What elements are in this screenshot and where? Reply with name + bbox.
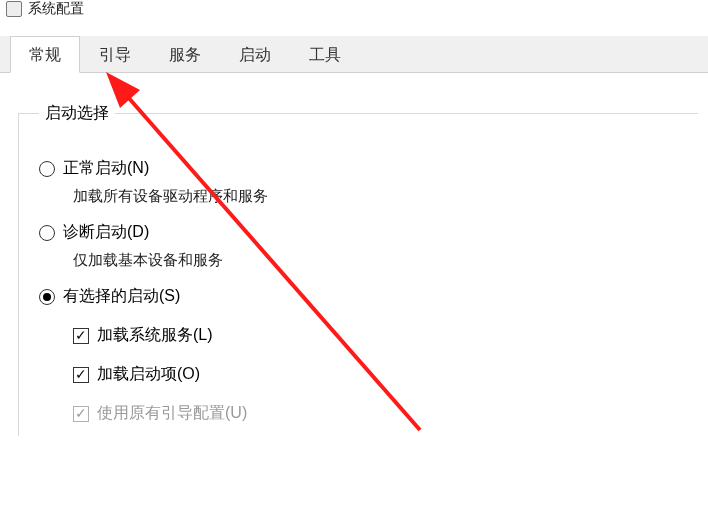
radio-icon: [39, 225, 55, 241]
radio-label: 有选择的启动(S): [63, 286, 180, 307]
tab-label: 工具: [309, 46, 341, 63]
radio-label: 诊断启动(D): [63, 222, 149, 243]
tab-label: 引导: [99, 46, 131, 63]
radio-label: 正常启动(N): [63, 158, 149, 179]
radio-selective-startup[interactable]: 有选择的启动(S): [39, 286, 686, 307]
checkbox-load-startup-items[interactable]: 加载启动项(O): [73, 364, 686, 385]
window-title: 系统配置: [28, 0, 84, 18]
checkbox-icon: [73, 328, 89, 344]
startup-selection-group: 启动选择 正常启动(N) 加载所有设备驱动程序和服务 诊断启动(D) 仅加载基本…: [18, 103, 698, 436]
tab-services[interactable]: 服务: [150, 36, 220, 73]
checkbox-icon: [73, 367, 89, 383]
window-titlebar: 系统配置: [0, 0, 708, 18]
tab-startup[interactable]: 启动: [220, 36, 290, 73]
group-title: 启动选择: [39, 103, 115, 124]
radio-diagnostic-startup[interactable]: 诊断启动(D): [39, 222, 686, 243]
tab-tools[interactable]: 工具: [290, 36, 360, 73]
option-desc-normal: 加载所有设备驱动程序和服务: [73, 187, 686, 206]
option-desc-diagnostic: 仅加载基本设备和服务: [73, 251, 686, 270]
tab-boot[interactable]: 引导: [80, 36, 150, 73]
tabs-bar: 常规 引导 服务 启动 工具: [0, 36, 708, 73]
checkbox-label: 加载启动项(O): [97, 364, 200, 385]
app-icon: [6, 1, 22, 17]
checkbox-icon: [73, 406, 89, 422]
radio-icon: [39, 289, 55, 305]
tab-label: 常规: [29, 46, 61, 63]
checkbox-use-original-boot-config: 使用原有引导配置(U): [73, 403, 686, 424]
radio-normal-startup[interactable]: 正常启动(N): [39, 158, 686, 179]
tab-label: 启动: [239, 46, 271, 63]
checkbox-label: 使用原有引导配置(U): [97, 403, 247, 424]
radio-icon: [39, 161, 55, 177]
checkbox-load-system-services[interactable]: 加载系统服务(L): [73, 325, 686, 346]
tab-content-general: 启动选择 正常启动(N) 加载所有设备驱动程序和服务 诊断启动(D) 仅加载基本…: [0, 73, 708, 446]
tab-general[interactable]: 常规: [10, 36, 80, 73]
checkbox-label: 加载系统服务(L): [97, 325, 213, 346]
tab-label: 服务: [169, 46, 201, 63]
